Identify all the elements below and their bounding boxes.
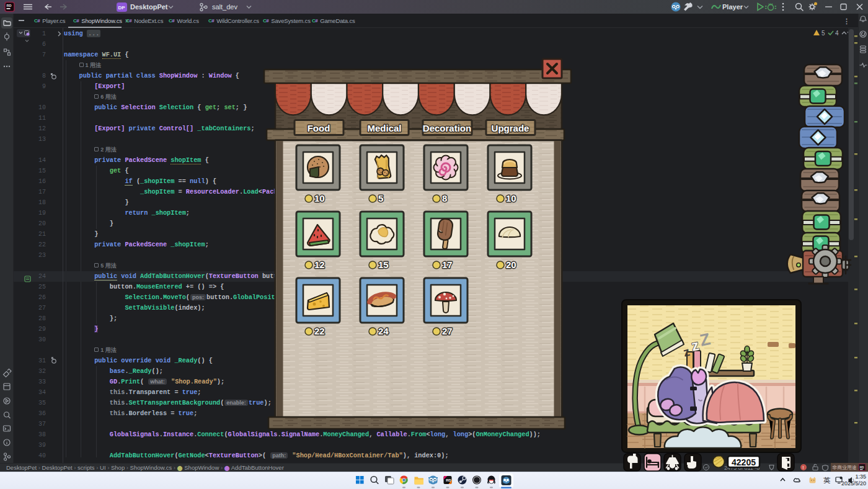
svg-text:Medical: Medical bbox=[367, 123, 401, 133]
svg-text:8: 8 bbox=[442, 193, 447, 204]
svg-text:20: 20 bbox=[506, 259, 516, 270]
svg-text:22: 22 bbox=[314, 326, 325, 336]
svg-text:12: 12 bbox=[314, 259, 325, 270]
svg-text:5: 5 bbox=[378, 193, 383, 204]
svg-text:17: 17 bbox=[442, 259, 453, 270]
svg-text:42205: 42205 bbox=[732, 457, 756, 467]
svg-text:10: 10 bbox=[506, 193, 516, 204]
svg-text:24: 24 bbox=[378, 326, 389, 336]
svg-text:Food: Food bbox=[308, 123, 330, 133]
svg-text:Decoration: Decoration bbox=[423, 123, 471, 133]
svg-text:15: 15 bbox=[378, 259, 389, 270]
svg-text:27: 27 bbox=[442, 326, 453, 336]
svg-text:10: 10 bbox=[314, 193, 325, 204]
svg-text:Upgrade: Upgrade bbox=[492, 123, 529, 133]
